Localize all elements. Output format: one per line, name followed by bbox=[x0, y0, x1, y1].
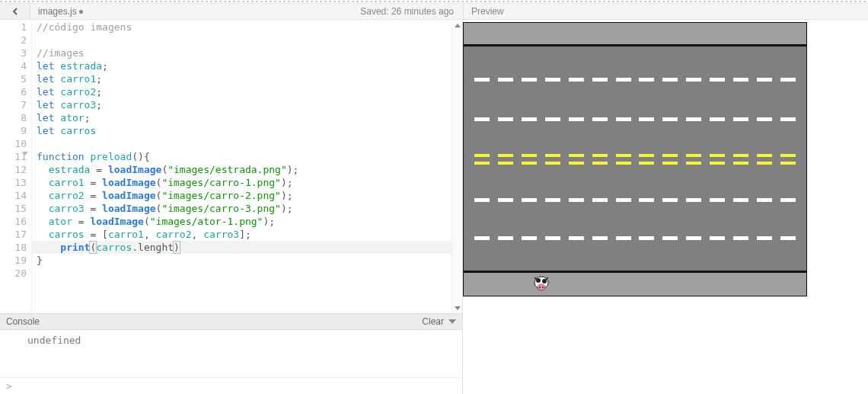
line-number: 7 bbox=[0, 98, 27, 111]
console-title: Console bbox=[6, 316, 40, 327]
line-number: 8 bbox=[0, 111, 27, 124]
console-clear-button[interactable]: Clear bbox=[422, 316, 444, 327]
preview-pane-label: Preview bbox=[463, 4, 868, 19]
filename-text: images.js bbox=[38, 6, 77, 17]
code-line[interactable]: carro3 = loadImage("images/carro-3.png")… bbox=[37, 202, 452, 215]
actor-cow-icon bbox=[532, 275, 550, 292]
chevron-down-icon[interactable] bbox=[448, 319, 456, 324]
dash-segment bbox=[757, 236, 772, 240]
dash-segment bbox=[474, 154, 490, 157]
dash-segment bbox=[545, 117, 560, 121]
line-number: 20 bbox=[0, 267, 27, 280]
filename-tab[interactable]: images.js bbox=[30, 6, 91, 17]
code-line[interactable]: carro1 = loadImage("images/carro-1.png")… bbox=[37, 176, 452, 189]
dash-segment bbox=[686, 78, 701, 82]
line-number: 5 bbox=[0, 72, 27, 85]
dirty-indicator-icon bbox=[79, 10, 83, 14]
dash-segment bbox=[780, 117, 796, 121]
line-number-gutter: 1234567891011121314151617181920 bbox=[0, 20, 32, 313]
code-line[interactable] bbox=[37, 137, 452, 150]
code-line[interactable]: estrada = loadImage("images/estrada.png"… bbox=[37, 163, 452, 176]
dash-segment bbox=[522, 78, 537, 82]
dash-segment bbox=[498, 154, 513, 157]
code-line[interactable]: } bbox=[37, 254, 452, 267]
save-status: Saved: 26 minutes ago bbox=[360, 6, 454, 17]
dash-segment bbox=[569, 78, 584, 82]
dash-segment bbox=[545, 78, 560, 82]
lane-dashes bbox=[474, 78, 796, 82]
dash-segment bbox=[569, 236, 584, 240]
dash-segment bbox=[757, 117, 772, 121]
code-area[interactable]: //código imagens//imageslet estrada;let … bbox=[32, 20, 452, 313]
dash-segment bbox=[498, 162, 513, 165]
dash-segment bbox=[710, 78, 725, 82]
line-number: 11 bbox=[0, 150, 27, 163]
dash-segment bbox=[710, 236, 725, 240]
code-line[interactable]: let carros bbox=[37, 124, 452, 137]
dash-segment bbox=[757, 154, 772, 157]
code-line[interactable]: //código imagens bbox=[37, 21, 452, 34]
code-line[interactable]: //images bbox=[37, 46, 452, 59]
code-line[interactable]: let ator; bbox=[37, 111, 452, 124]
line-number: 3 bbox=[0, 46, 27, 59]
fold-arrow-icon[interactable] bbox=[22, 152, 28, 155]
back-button[interactable] bbox=[0, 4, 30, 19]
dash-segment bbox=[733, 78, 748, 82]
dash-segment bbox=[616, 162, 631, 165]
lane-dashes bbox=[474, 117, 796, 121]
dash-segment bbox=[592, 117, 608, 121]
code-line[interactable]: let estrada; bbox=[37, 59, 452, 72]
dash-segment bbox=[780, 236, 796, 240]
code-line[interactable]: carro2 = loadImage("images/carro-2.png")… bbox=[37, 189, 452, 202]
editor-scrollbar[interactable] bbox=[452, 20, 462, 313]
console-input[interactable]: > bbox=[0, 377, 462, 394]
dash-segment bbox=[498, 236, 513, 240]
dash-segment bbox=[662, 117, 678, 121]
dash-segment bbox=[616, 78, 631, 82]
dash-segment bbox=[498, 78, 513, 82]
line-number: 4 bbox=[0, 59, 27, 72]
code-line[interactable] bbox=[37, 267, 452, 280]
dash-segment bbox=[686, 117, 701, 121]
dash-segment bbox=[616, 154, 631, 157]
dash-segment bbox=[686, 154, 701, 157]
dash-segment bbox=[733, 117, 748, 121]
dash-segment bbox=[639, 162, 654, 165]
scroll-up-arrow-icon[interactable] bbox=[452, 20, 462, 30]
code-line[interactable]: ator = loadImage("images/ator-1.png"); bbox=[37, 215, 452, 228]
dash-segment bbox=[592, 162, 608, 165]
dash-segment bbox=[522, 117, 537, 121]
dash-segment bbox=[686, 162, 701, 165]
line-number: 15 bbox=[0, 202, 27, 215]
center-dashes bbox=[474, 162, 796, 165]
code-line[interactable]: function preload(){ bbox=[37, 150, 452, 163]
dash-segment bbox=[710, 117, 725, 121]
dash-segment bbox=[569, 198, 584, 202]
dash-segment bbox=[616, 236, 631, 240]
code-line[interactable]: print(carros.lenght) bbox=[37, 241, 452, 254]
console-header: Console Clear bbox=[0, 313, 462, 330]
code-line[interactable]: let carro3; bbox=[37, 98, 452, 111]
dash-segment bbox=[639, 236, 654, 240]
svg-point-3 bbox=[538, 284, 545, 290]
dash-segment bbox=[592, 154, 608, 157]
line-number: 13 bbox=[0, 176, 27, 189]
code-line[interactable]: carros = [carro1, carro2, carro3]; bbox=[37, 228, 452, 241]
dash-segment bbox=[639, 117, 654, 121]
toolbar: images.js Saved: 26 minutes ago Preview bbox=[0, 3, 868, 20]
scroll-down-arrow-icon[interactable] bbox=[452, 303, 462, 313]
left-column: 1234567891011121314151617181920 //código… bbox=[0, 20, 463, 394]
dash-segment bbox=[498, 198, 513, 202]
line-number: 2 bbox=[0, 34, 27, 46]
dash-segment bbox=[686, 236, 701, 240]
code-line[interactable]: let carro1; bbox=[37, 72, 452, 85]
dash-segment bbox=[545, 236, 560, 240]
dash-segment bbox=[639, 198, 654, 202]
code-line[interactable]: let carro2; bbox=[37, 85, 452, 98]
lane-dashes bbox=[474, 198, 796, 202]
code-line[interactable] bbox=[37, 34, 452, 46]
code-editor[interactable]: 1234567891011121314151617181920 //código… bbox=[0, 20, 462, 313]
dash-segment bbox=[474, 117, 490, 121]
svg-point-4 bbox=[539, 287, 541, 288]
line-number: 1 bbox=[0, 21, 27, 34]
